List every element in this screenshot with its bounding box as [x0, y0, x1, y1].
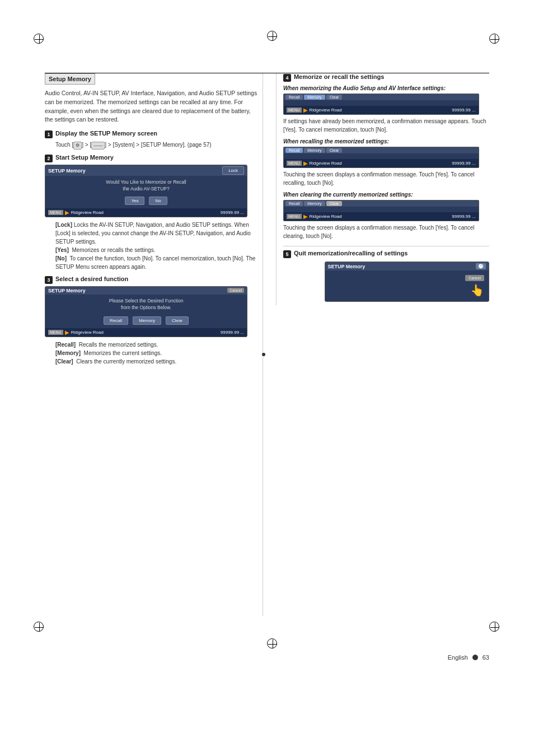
- subsec-a-menu[interactable]: MENU: [287, 108, 302, 113]
- step-5-controls: Cancel 👆: [465, 275, 484, 297]
- step-3-menu-button[interactable]: MENU: [48, 330, 63, 335]
- subsec-clear-title: When clearing the currently memorized se…: [283, 192, 489, 198]
- subsec-b-nav: ▶: [303, 160, 308, 166]
- step-3-cancel-button[interactable]: Cancel: [227, 288, 244, 293]
- step-1-header: 1 Display the SETUP Memory screen: [45, 130, 258, 138]
- registration-mark-br: [489, 622, 500, 633]
- subsec-c-bottom-left: MENU ▶ Ridgeview Road: [287, 213, 342, 220]
- step-3-title: Select a desired function: [55, 276, 128, 282]
- step-4-number: 4: [283, 74, 291, 82]
- step-3-bullet-memory: [Memory] Memorizes the current settings.: [55, 349, 258, 357]
- step-5-titlebar: SETUP Memory 🕐: [325, 262, 489, 270]
- step-2-bullet-lock: [Lock] Locks the AV-IN SETUP, Navigation…: [55, 221, 258, 246]
- step-3-number: 3: [45, 276, 53, 284]
- subsec-c-price: 99999.99 ...: [452, 214, 475, 219]
- step-5-screen-title: SETUP Memory: [328, 264, 366, 269]
- subsec-b-price: 99999.99 ...: [452, 161, 475, 166]
- subsec-c-memory-tab[interactable]: Memory: [304, 201, 325, 206]
- step-4-header: 4 Memorize or recall the settings: [283, 73, 489, 82]
- subsec-a-bottom: MENU ▶ Ridgeview Road 99999.99 ...: [284, 106, 479, 114]
- step-3-bottom-left: MENU ▶ Ridgeview Road: [48, 329, 104, 335]
- subsec-clear-screen: Recall Memory Clear MENU ▶ Ridgeview Roa…: [283, 200, 479, 221]
- step-3-screen-titlebar: SETUP Memory Cancel: [45, 287, 247, 295]
- step-3-nav-arrow: ▶: [65, 329, 69, 335]
- intro-text: Audio Control, AV-IN SETUP, AV Interface…: [45, 89, 258, 124]
- subsec-b-menu[interactable]: MENU: [287, 161, 302, 166]
- step-2-header: 2 Start Setup Memory: [45, 154, 258, 162]
- step-1-instruction: Touch [⚙] > [——] > [System] > [SETUP Mem…: [55, 141, 258, 150]
- mid-page-bullet: [262, 353, 265, 356]
- step-3-screen: SETUP Memory Cancel Please Select the De…: [45, 286, 247, 337]
- left-column: Setup Memory Audio Control, AV-IN SETUP,…: [45, 73, 258, 369]
- step-2-screen-buttons: Yes No: [125, 197, 167, 205]
- step-3-memory-tab[interactable]: Memory: [133, 316, 161, 325]
- subsec-memorize-screen: Recall Memory Clear MENU ▶ Ridgeview Roa…: [283, 94, 479, 115]
- step-2-screen-content: Would You Like to Memorize or Recallthe …: [45, 176, 247, 208]
- step-2-road-text: Ridgeview Road: [71, 210, 104, 215]
- step-5-header: 5 Quit memorization/recalling of setting…: [283, 246, 489, 258]
- subsec-b-content: [284, 153, 479, 159]
- step-2-screen-titlebar: SETUP Memory Lock: [45, 165, 247, 176]
- subsec-a-memory-tab[interactable]: Memory: [304, 95, 325, 100]
- subsec-b-memory-tab[interactable]: Memory: [304, 148, 325, 153]
- subsec-a-road: Ridgeview Road: [310, 108, 342, 113]
- subsec-c-menu[interactable]: MENU: [287, 214, 302, 219]
- step-2-nav-arrow: ▶: [65, 209, 69, 216]
- column-divider: [263, 73, 263, 616]
- page-number: 63: [483, 654, 489, 661]
- subsec-a-recall-tab[interactable]: Recall: [285, 95, 303, 100]
- step-5-title: Quit memorization/recalling of settings: [294, 250, 408, 256]
- step-3-price: 99999.99 ...: [221, 330, 244, 335]
- right-column: 4 Memorize or recall the settings When m…: [276, 73, 489, 305]
- step-2-yes-button[interactable]: Yes: [125, 197, 144, 205]
- subsec-b-recall-tab[interactable]: Recall: [285, 148, 303, 153]
- step-3-bottom-bar: MENU ▶ Ridgeview Road 99999.99 ...: [45, 328, 247, 337]
- step-2-bottom-left: MENU ▶ Ridgeview Road: [48, 209, 104, 216]
- step-5-cancel-button[interactable]: Cancel: [465, 275, 484, 281]
- subsec-b-bottom-left: MENU ▶ Ridgeview Road: [287, 160, 342, 166]
- subsec-c-recall-tab[interactable]: Recall: [285, 201, 303, 206]
- step-3-bullets: [Recall] Recalls the memorized settings.…: [55, 340, 258, 366]
- step-5-content: Cancel 👆: [325, 270, 489, 301]
- step-2-title: Start Setup Memory: [55, 154, 114, 161]
- step-2-no-button[interactable]: No: [149, 197, 167, 205]
- subsec-c-nav: ▶: [303, 213, 308, 220]
- subsec-c-content: [284, 207, 479, 212]
- step-2-screen-title: SETUP Memory: [48, 168, 86, 174]
- subsec-memorize-text: If settings have already been memorized,…: [283, 117, 489, 134]
- subsec-b-clear-tab[interactable]: Clear: [326, 148, 343, 153]
- subsec-b-bottom: MENU ▶ Ridgeview Road 99999.99 ...: [284, 159, 479, 167]
- subsec-recall-text: Touching the screen displays a confirmat…: [283, 170, 489, 187]
- subsec-a-price: 99999.99 ...: [452, 108, 475, 113]
- step-2-screen: SETUP Memory Lock Would You Like to Memo…: [45, 165, 247, 217]
- content-area: Setup Memory Audio Control, AV-IN SETUP,…: [45, 73, 489, 616]
- step-2-bottom-bar: MENU ▶ Ridgeview Road 99999.99 ...: [45, 208, 247, 217]
- step-3-screen-title: SETUP Memory: [48, 288, 86, 293]
- subsec-c-road: Ridgeview Road: [310, 214, 342, 219]
- step-1-number: 1: [45, 130, 53, 138]
- subsec-a-clear-tab[interactable]: Clear: [326, 95, 343, 100]
- step-2-menu-button[interactable]: MENU: [48, 210, 63, 215]
- step-5-time-icon: 🕐: [476, 263, 486, 269]
- step-3-clear-tab[interactable]: Clear: [166, 316, 189, 325]
- step-3-tab-buttons: Recall Memory Clear: [104, 316, 189, 325]
- page-footer: English 63: [448, 654, 489, 661]
- step-5-number: 5: [283, 250, 291, 258]
- section-title: Setup Memory: [45, 73, 95, 85]
- page-dot: [472, 655, 478, 660]
- step-2-dialog: Would You Like to Memorize or Recallthe …: [106, 179, 186, 193]
- step-5-screen: SETUP Memory 🕐 Cancel 👆: [325, 262, 489, 302]
- registration-mark-bl: [34, 622, 45, 633]
- step-3-bullet-clear: [Clear] Clears the currently memorized s…: [55, 357, 258, 366]
- subsec-recall-title: When recalling the memorized settings:: [283, 138, 489, 144]
- step-3-road-text: Ridgeview Road: [71, 330, 104, 335]
- step-3-recall-tab[interactable]: Recall: [104, 316, 128, 325]
- subsec-b-tabs: Recall Memory Clear: [284, 147, 479, 153]
- step-2-lock-button[interactable]: Lock: [222, 166, 244, 175]
- step-4-title: Memorize or recall the settings: [294, 73, 384, 80]
- subsec-a-tabs: Recall Memory Clear: [284, 94, 479, 100]
- step-3-dialog: Please Select the Desired Functionfrom t…: [109, 298, 184, 311]
- subsec-c-clear-tab[interactable]: Clear: [326, 201, 343, 206]
- step-2-bullet-no: [No] To cancel the function, touch [No].…: [55, 254, 258, 271]
- subsec-memorize-title: When memorizing the Audio Setup and AV I…: [283, 85, 489, 91]
